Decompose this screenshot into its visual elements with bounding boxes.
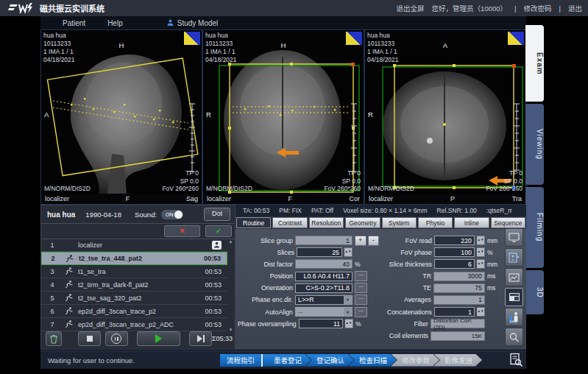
sequence-row[interactable]: 7 ep2d_diff_3scan_trace_p2_ADC 00:53 [41,318,227,331]
step-patient-registration[interactable]: 患者登记 [263,354,311,367]
param-label: Orientation [238,284,293,292]
orientation-label-top: H [119,41,124,49]
confirm-button[interactable]: ✓ [205,225,232,237]
tab-resolution[interactable]: Resolution [309,217,344,228]
slice-thickness-field[interactable]: 6 [434,259,475,269]
dot-button[interactable]: Dot [204,208,230,221]
exit-fullscreen-link[interactable]: 退出全屏 [397,3,425,13]
menu-help[interactable]: Help [107,19,123,27]
param-label: TE [368,284,431,292]
pause-button[interactable] [105,331,128,346]
tab-physio[interactable]: Physio [418,217,453,228]
fov-phase-field[interactable]: 100 [434,247,475,257]
param-label: FoV read [368,237,432,244]
delete-button[interactable] [46,331,62,346]
app-title: 磁共振云实训系统 [40,2,105,14]
sequence-row[interactable]: 3 t1_se_tra 00:53 [41,265,227,278]
tab-routine[interactable]: Routine [236,217,271,228]
cancel-button[interactable]: ✕ [164,225,200,237]
tr-field[interactable]: 3000 [433,272,485,281]
spinner[interactable]: ▲▼ [477,247,485,257]
autoalign-select[interactable]: -- ▼ [295,307,353,317]
step-image-send[interactable]: 影像发送 [433,354,482,367]
param-label: Phase enc.dir. [238,296,293,303]
averages-field[interactable]: 1 [433,295,485,305]
vp-patient-id: 10113233 [367,40,399,48]
running-icon [65,255,74,263]
te-field[interactable]: 75 [433,283,485,293]
skip-button[interactable] [189,331,212,346]
sequence-row[interactable]: 1 localizer [41,239,227,252]
sar-level: 64% [509,320,517,324]
running-icon [65,294,74,302]
step-exam-scan[interactable]: 检查扫描 [348,354,397,367]
scroll-up-icon[interactable]: ▲ [229,239,233,244]
spinner[interactable]: ▲▼ [477,236,485,245]
position-field[interactable]: L0.6 A0.4 H11.7 [295,272,353,281]
orientation-more-button[interactable]: ... [355,283,367,293]
orientation-label-left: R [206,110,211,119]
patient-registration-button[interactable] [505,248,523,267]
change-password-link[interactable]: 修改密码 [524,3,552,13]
spinner[interactable]: ▲▼ [345,319,353,328]
slices-field[interactable]: 25 [297,247,342,257]
coil-elements-field[interactable]: 15K [431,331,485,341]
vp-plane: Tra [512,195,522,202]
tab-exam[interactable]: Exam [525,25,544,102]
tab-viewing[interactable]: Viewing [525,104,544,185]
tab-geometry[interactable]: Geometry [345,217,380,228]
phase-oversampling-field[interactable]: 11 [299,319,343,328]
dist-factor-field[interactable]: 40 [295,259,353,269]
viewport-sagittal[interactable]: hua hua 10113233 1 IMA 1 / 1 04/18/2021 … [40,29,202,205]
fov-read-field[interactable]: 220 [434,236,475,245]
sar-monitor-button[interactable]: 64% [505,308,523,326]
vp-plane: Sag [186,195,198,202]
spinner[interactable]: ▲▼ [477,307,485,317]
tab-system[interactable]: System [382,217,417,228]
status-message: Waiting for user to continue. [48,356,135,364]
param-label: Concatenations [368,308,432,316]
protocol-search-button[interactable] [505,328,523,346]
report-preview-button[interactable] [509,353,523,370]
viewport-coronal[interactable]: hua hua 10113233 1 IMA 1 / 1 04/18/2021 … [202,29,364,205]
phase-enc-more-button[interactable]: ... [355,294,367,305]
autoalign-more-button[interactable]: ... [355,307,367,317]
orientation-field[interactable]: C>S-0.2>T11.8 [295,283,353,293]
vp-sp: SP 0.0 [324,177,361,185]
spinner[interactable]: ▲▼ [477,259,485,269]
chevron-down-icon[interactable]: ▼ [344,296,352,304]
viewport-transversal[interactable]: hua hua 10113233 1 IMA 1 / 1 04/18/2021 … [364,29,526,205]
tab-sequence[interactable]: Sequence [491,217,525,228]
sequence-scrollbar[interactable]: ▲ ▼ [227,239,234,332]
display-button[interactable] [505,228,523,247]
sequence-row[interactable]: 4 t2_tirm_tra_dark-fl_pat2 00:53 [41,278,227,292]
tab-filming[interactable]: Filming [525,187,544,268]
step-workflow-guide[interactable]: 流程指引 [220,354,263,367]
spinner[interactable]: ▲▼ [344,247,353,257]
sequence-row-selected[interactable]: 2 t2_tse_tra_448_pat2 00:53 [41,252,227,265]
viewport-row: hua hua 10113233 1 IMA 1 / 1 04/18/2021 … [40,29,526,205]
tab-contrast[interactable]: Contrast [272,217,307,228]
menu-patient[interactable]: Patient [63,19,85,27]
step-registration-confirm[interactable]: 登记确认 [305,354,354,367]
stop-button[interactable] [78,331,101,346]
sound-toggle[interactable]: ON [161,210,183,219]
add-slice-group-button[interactable]: + [355,236,366,246]
image-review-button[interactable] [505,268,523,286]
slice-group-field[interactable]: 1 [295,236,353,245]
concatenations-field[interactable]: 1 [434,307,475,317]
position-more-button[interactable]: ... [355,271,367,281]
menu-study-model[interactable]: Study Model [167,19,219,27]
play-button[interactable] [137,331,180,346]
sequence-row[interactable]: 6 ep2d_diff_3scan_trace_p2 00:53 [41,305,227,318]
vp-fov: FoV 260*260 [486,185,523,192]
step-modify-params[interactable]: 修改参数 [391,354,439,367]
tab-inline[interactable]: Inline [454,217,489,228]
chevron-down-icon[interactable]: ▼ [344,308,352,316]
sequence-row[interactable]: 5 t2_tse_sag_320_pat2 00:53 [41,292,227,305]
logout-link[interactable]: 退出 [568,3,582,13]
exam-panel-button[interactable] [505,288,523,306]
tab-3d[interactable]: 3D [525,270,544,314]
phase-enc-dir-select[interactable]: L>>R ▼ [295,295,353,305]
filter-field[interactable]: Distortion Corr.(2D) [431,319,485,328]
